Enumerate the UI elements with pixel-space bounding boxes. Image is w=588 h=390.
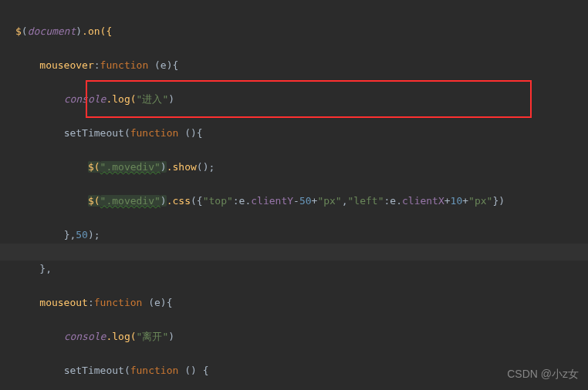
- code-line: console.log("进入"): [15, 91, 588, 108]
- code-line: mouseover:function (e){: [15, 57, 588, 74]
- watermark-text: CSDN @小z女: [507, 365, 579, 382]
- code-line: $(".movediv").css({"top":e.clientY-50+"p…: [15, 193, 588, 210]
- code-line: },: [15, 261, 588, 277]
- code-line: },50);: [15, 227, 588, 244]
- code-line: $(document).on({: [15, 23, 588, 40]
- code-block: $(document).on({ mouseover:function (e){…: [0, 0, 588, 390]
- code-line: console.log("离开"): [15, 328, 588, 345]
- code-line: mouseout:function (e){: [15, 294, 588, 311]
- code-line: setTimeout(function (){: [15, 125, 588, 142]
- code-line: $(".movediv").show();: [15, 159, 588, 176]
- code-line: setTimeout(function () {: [15, 362, 588, 379]
